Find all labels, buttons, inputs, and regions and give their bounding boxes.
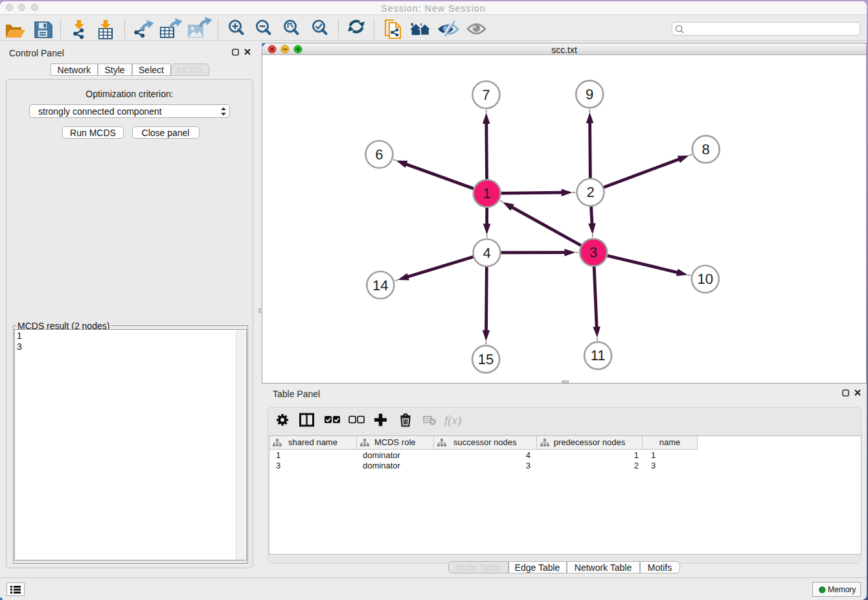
svg-text:6: 6	[375, 146, 383, 163]
svg-text:2: 2	[586, 184, 594, 200]
svg-text:8: 8	[702, 141, 710, 157]
svg-text:11: 11	[591, 347, 606, 363]
svg-text:f(x): f(x)	[444, 413, 461, 428]
svg-text:1: 1	[483, 185, 491, 202]
svg-text:7: 7	[482, 87, 490, 103]
svg-text:14: 14	[372, 277, 388, 294]
svg-text:15: 15	[478, 351, 494, 367]
svg-text:3: 3	[589, 244, 597, 260]
svg-text:9: 9	[586, 86, 593, 102]
svg-text:4: 4	[483, 245, 490, 261]
svg-text:10: 10	[698, 271, 713, 287]
